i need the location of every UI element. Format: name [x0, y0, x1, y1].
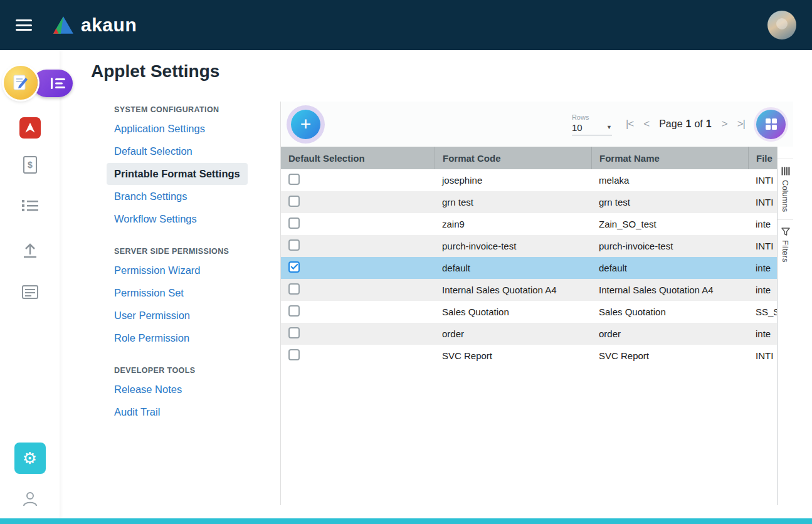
column-header-file[interactable]: File: [748, 147, 777, 169]
list-icon[interactable]: [21, 199, 39, 215]
nav-section: SERVER SIDE PERMISSIONS Permission Wizar…: [114, 247, 280, 349]
main-area: Applet Settings SYSTEM CONFIGURATION App…: [60, 50, 812, 518]
nav-item-printable-format-settings[interactable]: Printable Format Settings: [107, 163, 248, 185]
table-row[interactable]: josephine melaka INTI: [281, 169, 777, 191]
table-row[interactable]: SVC Report SVC Report INTI: [281, 345, 777, 367]
row-checkbox[interactable]: [288, 283, 300, 295]
table-row[interactable]: Sales Quotation Sales Quotation SS_S: [281, 301, 777, 323]
default-selection-cell: [281, 283, 435, 296]
format-name-cell: Sales Quotation: [591, 307, 748, 317]
active-applet-icon[interactable]: [4, 66, 38, 100]
applet-menu-pill[interactable]: [33, 70, 73, 97]
nav-item-default-selection[interactable]: Default Selection: [107, 140, 200, 162]
table-row[interactable]: purch-invoice-test purch-invoice-test IN…: [281, 235, 777, 257]
rows-per-page-control: Rows 10 ▼: [572, 113, 612, 135]
upload-icon[interactable]: [22, 242, 38, 261]
row-checkbox[interactable]: [288, 327, 300, 338]
strip-scroll-button[interactable]: [778, 147, 793, 159]
red-applet-icon[interactable]: [19, 117, 41, 139]
column-header-format-name[interactable]: Format Name: [591, 147, 748, 169]
settings-gear-icon[interactable]: ⚙: [14, 443, 46, 474]
invoice-icon[interactable]: $: [22, 155, 38, 177]
default-selection-cell: [281, 327, 435, 340]
format-name-cell: default: [591, 263, 748, 273]
column-header-format-code[interactable]: Format Code: [435, 147, 591, 169]
format-name-cell: order: [591, 328, 748, 339]
applet-menu-icon: [51, 78, 65, 89]
page-label: Page: [659, 118, 682, 130]
format-name-cell: grn test: [591, 197, 748, 207]
nav-item-workflow-settings[interactable]: Workflow Settings: [107, 208, 204, 230]
format-code-cell: zain9: [435, 219, 591, 229]
row-checkbox[interactable]: [288, 196, 300, 207]
nav-item-permission-set[interactable]: Permission Set: [107, 282, 191, 304]
row-checkbox[interactable]: [288, 174, 300, 185]
filters-toggle[interactable]: Filters: [778, 219, 793, 270]
file-cell: INTI: [748, 350, 777, 361]
format-code-cell: Internal Sales Quotation A4: [435, 285, 591, 295]
columns-icon: [781, 167, 790, 176]
first-page-button[interactable]: |<: [626, 118, 633, 130]
row-checkbox[interactable]: [288, 349, 300, 360]
nav-item-permission-wizard[interactable]: Permission Wizard: [107, 259, 208, 281]
row-checkbox[interactable]: [288, 261, 300, 273]
format-name-cell: purch-invoice-test: [591, 241, 748, 251]
nav-item-branch-settings[interactable]: Branch Settings: [107, 186, 194, 207]
logo-text: akaun: [81, 14, 137, 36]
file-cell: inte: [748, 263, 777, 273]
nav-item-user-permission[interactable]: User Permission: [107, 305, 198, 327]
form-icon[interactable]: [21, 285, 39, 302]
next-page-button[interactable]: >: [722, 118, 727, 130]
table-row[interactable]: order order inte: [281, 323, 777, 345]
row-checkbox[interactable]: [288, 239, 300, 251]
default-selection-cell: [281, 261, 435, 275]
filter-funnel-icon: [781, 228, 790, 236]
svg-text:$: $: [28, 160, 33, 170]
table-header-row: Default Selection Format Code Format Nam…: [281, 147, 777, 169]
columns-toggle[interactable]: Columns: [778, 159, 793, 219]
nav-section: SYSTEM CONFIGURATION Application Setting…: [114, 105, 280, 230]
table-row[interactable]: Internal Sales Quotation A4 Internal Sal…: [281, 279, 777, 301]
default-selection-cell: [281, 305, 435, 318]
format-name-cell: Internal Sales Quotation A4: [591, 285, 748, 295]
topbar: akaun: [0, 0, 812, 50]
table-row[interactable]: default default inte: [281, 257, 777, 279]
app-sidebar: $ ⚙: [0, 50, 60, 518]
nav-item-application-settings[interactable]: Application Settings: [107, 118, 213, 140]
page-title: Applet Settings: [91, 61, 219, 81]
row-checkbox[interactable]: [288, 217, 300, 229]
format-code-cell: SVC Report: [435, 350, 591, 361]
nav-item-audit-trail[interactable]: Audit Trail: [107, 401, 167, 423]
nav-section-header: SERVER SIDE PERMISSIONS: [114, 247, 280, 256]
file-cell: inte: [748, 285, 777, 295]
formats-table-body: josephine melaka INTI grn test grn test …: [281, 169, 777, 505]
rows-select[interactable]: 10 ▼: [572, 122, 612, 135]
last-page-button[interactable]: >|: [737, 118, 745, 130]
format-code-cell: grn test: [435, 197, 591, 207]
grid-view-button[interactable]: [756, 110, 786, 139]
nav-section-header: DEVELOPER TOOLS: [114, 366, 280, 375]
default-selection-cell: [281, 196, 435, 209]
red-applet-glyph-icon: [23, 121, 37, 135]
nav-item-role-permission[interactable]: Role Permission: [107, 327, 197, 349]
nav-item-release-notes[interactable]: Release Notes: [107, 379, 189, 401]
bottom-accent-strip: [0, 518, 812, 524]
avatar[interactable]: [767, 11, 796, 39]
document-pencil-icon: [11, 73, 30, 92]
format-code-cell: josephine: [435, 175, 591, 186]
format-code-cell: Sales Quotation: [435, 307, 591, 317]
prev-page-button[interactable]: <: [643, 118, 649, 130]
add-button[interactable]: +: [291, 110, 320, 139]
column-header-default-selection[interactable]: Default Selection: [281, 147, 435, 169]
file-cell: inte: [748, 328, 777, 339]
akaun-logo[interactable]: akaun: [52, 14, 137, 36]
table-row[interactable]: zain9 Zain_SO_test inte: [281, 213, 777, 235]
default-selection-cell: [281, 174, 435, 187]
table-row[interactable]: grn test grn test INTI: [281, 191, 777, 213]
content-panel: + Rows 10 ▼ |< < Page 1 of 1 > >|: [280, 102, 793, 505]
hamburger-menu-icon[interactable]: [16, 17, 32, 34]
rows-label: Rows: [572, 113, 612, 121]
format-name-cell: Zain_SO_test: [591, 219, 748, 229]
row-checkbox[interactable]: [288, 305, 300, 317]
profile-icon[interactable]: [21, 490, 39, 510]
